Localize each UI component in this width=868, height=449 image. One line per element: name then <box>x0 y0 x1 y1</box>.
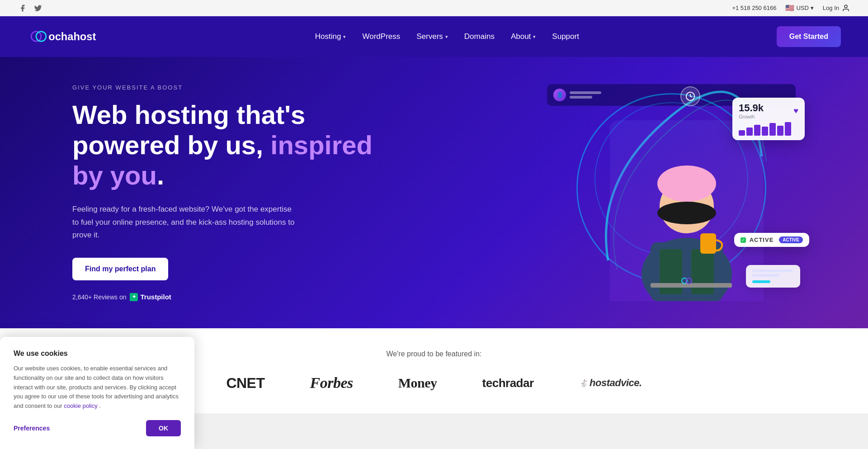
cookie-text: Our website uses cookies, to enable esse… <box>14 364 181 411</box>
hero-image-area: 15.9k Growth ♥ ✓ ACTIVE ACTIVE <box>547 84 796 301</box>
get-started-button[interactable]: Get Started <box>777 26 841 47</box>
checkmark-icon: ✓ <box>741 237 746 243</box>
reviews-text: 2,640+ Reviews on <box>72 293 126 301</box>
hero-content: GIVE YOUR WEBSITE A BOOST Web hosting th… <box>72 84 380 301</box>
logo-svg: ochahost <box>27 25 118 48</box>
nav-item-support[interactable]: Support <box>552 32 579 41</box>
currency-chevron: ▾ <box>811 5 814 11</box>
preferences-button[interactable]: Preferences <box>14 425 50 432</box>
svg-text:ochahost: ochahost <box>48 31 96 43</box>
social-links <box>18 4 42 13</box>
headline-end: . <box>157 161 164 190</box>
svg-point-8 <box>657 202 716 224</box>
twitter-icon[interactable] <box>33 4 42 13</box>
currency-label: USD <box>796 5 808 11</box>
bottom-card <box>746 265 800 288</box>
svg-point-0 <box>844 5 847 8</box>
clock-svg <box>685 91 695 101</box>
bar-7 <box>785 122 791 136</box>
bottom-line-accent <box>752 280 770 283</box>
user-avatar: 👤 <box>553 89 566 101</box>
nav-item-servers[interactable]: Servers ▾ <box>416 32 448 41</box>
find-plan-button[interactable]: Find my perfect plan <box>72 258 168 280</box>
bottom-card-lines <box>752 269 794 283</box>
bar-2 <box>746 128 753 136</box>
svg-rect-7 <box>660 175 713 190</box>
nav-links: Hosting ▾ WordPress Servers ▾ Domains Ab… <box>315 32 579 41</box>
top-bar: +1 518 250 6166 🇺🇸 USD ▾ Log In <box>0 0 868 16</box>
ok-button[interactable]: OK <box>146 420 181 436</box>
bar-5 <box>769 123 776 136</box>
bar-4 <box>762 127 768 136</box>
logo-hostadvice: 🐇 hostadvice. <box>579 377 642 389</box>
top-bar-right: +1 518 250 6166 🇺🇸 USD ▾ Log In <box>732 4 850 12</box>
svg-rect-12 <box>700 233 716 254</box>
cookie-actions: Preferences OK <box>14 420 181 436</box>
hero-headline: Web hosting that's powered by us, inspir… <box>72 100 380 190</box>
clock-icon <box>680 86 700 106</box>
bar-1 <box>739 130 745 136</box>
navbar: ochahost Hosting ▾ WordPress Servers ▾ D… <box>0 16 868 57</box>
hero-section: GIVE YOUR WEBSITE A BOOST Web hosting th… <box>0 57 868 328</box>
currency-selector[interactable]: 🇺🇸 USD ▾ <box>785 4 813 12</box>
hero-eyebrow: GIVE YOUR WEBSITE A BOOST <box>72 84 380 91</box>
featured-label: We're proud to be featured in: <box>387 350 482 358</box>
nav-item-domains[interactable]: Domains <box>464 32 495 41</box>
login-button[interactable]: Log In <box>823 4 850 12</box>
bottom-line-1 <box>752 269 793 272</box>
active-card: ✓ ACTIVE ACTIVE <box>734 233 809 247</box>
person-container <box>610 120 764 301</box>
cookie-banner: We use cookies Our website uses cookies,… <box>0 337 194 449</box>
cookie-title: We use cookies <box>14 350 181 358</box>
stat-chart <box>739 122 798 136</box>
nav-item-about[interactable]: About ▾ <box>511 32 536 41</box>
chevron-down-icon: ▾ <box>343 34 346 40</box>
stats-card: 15.9k Growth ♥ <box>732 98 805 140</box>
logo-cnet: CNET <box>226 375 264 392</box>
trustpilot-icon: ✦ <box>130 293 138 301</box>
chevron-down-icon-2: ▾ <box>445 34 448 40</box>
flag-icon: 🇺🇸 <box>785 4 794 12</box>
stat-number: 15.9k <box>739 102 764 114</box>
active-label: ACTIVE <box>750 236 774 243</box>
featured-logos: CNET Forbes Money techradar 🐇 hostadvice… <box>226 374 642 392</box>
user-icon <box>842 4 850 12</box>
logo-forbes: Forbes <box>310 374 353 392</box>
person-silhouette <box>623 129 750 301</box>
login-label: Log In <box>823 5 839 11</box>
stat-label: Growth <box>739 114 764 119</box>
cookie-policy-link[interactable]: cookie policy <box>64 402 97 409</box>
phone-number[interactable]: +1 518 250 6166 <box>732 5 776 11</box>
trustpilot-logo: ✦ Trustpilot <box>130 293 171 301</box>
facebook-icon[interactable] <box>18 4 27 13</box>
bottom-line-2 <box>752 274 779 277</box>
bar-3 <box>754 125 760 136</box>
trustpilot-row: 2,640+ Reviews on ✦ Trustpilot <box>72 293 380 301</box>
svg-rect-13 <box>651 283 732 288</box>
logo-techradar: techradar <box>482 376 534 390</box>
nav-item-hosting[interactable]: Hosting ▾ <box>315 32 346 41</box>
chevron-down-icon-3: ▾ <box>533 34 536 40</box>
hero-description: Feeling ready for a fresh-faced website?… <box>72 203 298 241</box>
active-badge: ACTIVE <box>779 236 803 243</box>
logo[interactable]: ochahost <box>27 25 118 48</box>
logo-money: Money <box>398 375 437 391</box>
rabbit-icon: 🐇 <box>579 379 588 388</box>
nav-item-wordpress[interactable]: WordPress <box>362 32 400 41</box>
heart-icon: ♥ <box>793 106 798 116</box>
bar-6 <box>777 126 783 136</box>
